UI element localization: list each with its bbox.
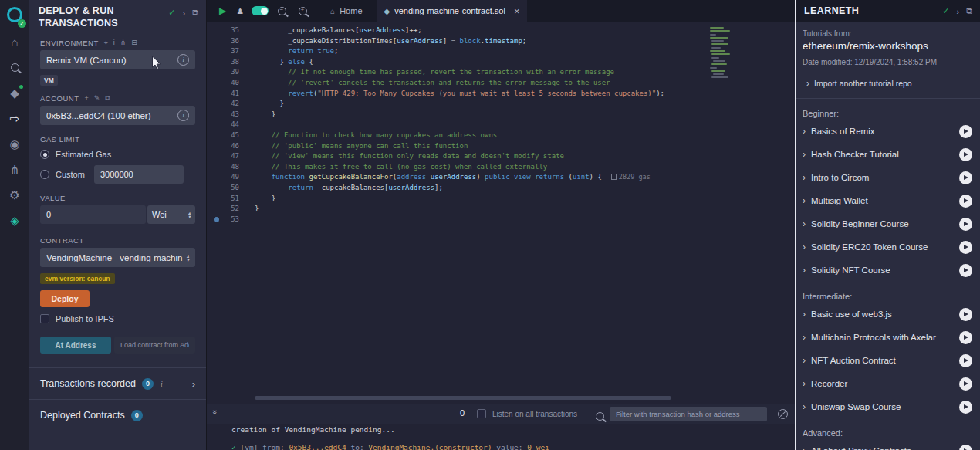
- line-number: 39: [207, 67, 239, 78]
- import-tutorial-link[interactable]: › Import another tutorial repo: [806, 78, 972, 89]
- delete-state-icon[interactable]: ⊟: [131, 39, 137, 47]
- code-line: 48 // This makes it free to call (no gas…: [207, 162, 795, 173]
- check-icon: ✓: [168, 8, 175, 18]
- sign-message-icon[interactable]: ✎: [94, 94, 100, 103]
- deploy-button[interactable]: Deploy: [40, 290, 90, 307]
- select-arrows-icon: ▴ ▾: [187, 254, 189, 262]
- at-address-input[interactable]: [114, 337, 195, 354]
- tutorial-item[interactable]: ›Multichain Protocols with Axelar: [803, 326, 972, 349]
- custom-gas-option[interactable]: Custom: [40, 165, 195, 184]
- learneth-plugin-icon[interactable]: ◈: [0, 208, 29, 233]
- close-tab-icon[interactable]: ×: [514, 5, 520, 17]
- custom-gas-radio[interactable]: [40, 170, 49, 179]
- tutorial-item[interactable]: ›Multisig Wallet: [803, 189, 972, 212]
- line-number: 43: [207, 110, 239, 120]
- terminal-line: creation of VendingMachine pending...: [207, 424, 795, 435]
- tab-home[interactable]: ⌂ Home: [323, 0, 370, 22]
- copilot-icon[interactable]: ♟: [236, 6, 244, 16]
- file-explorer-icon[interactable]: ⌂: [0, 29, 29, 55]
- play-tutorial-button[interactable]: [959, 171, 972, 184]
- tutorial-title: Multichain Protocols with Axelar: [811, 333, 954, 342]
- add-account-icon[interactable]: +: [84, 94, 88, 103]
- tutorial-section-label: Intermediate:: [803, 292, 972, 301]
- fork-state-icon[interactable]: ⋔: [120, 39, 127, 47]
- chevron-right-icon[interactable]: ›: [956, 7, 959, 16]
- play-tutorial-button[interactable]: [959, 331, 972, 344]
- tutorial-item[interactable]: ›All about Proxy Contracts: [803, 439, 972, 450]
- tutorial-item[interactable]: ›Basics of Remix: [803, 120, 972, 143]
- deployed-contracts-section[interactable]: Deployed Contracts 0: [40, 400, 195, 431]
- play-tutorial-button[interactable]: [959, 218, 972, 231]
- zoom-in-icon[interactable]: +: [299, 5, 310, 16]
- tutorial-item[interactable]: ›Uniswap Swap Course: [803, 395, 972, 418]
- play-tutorial-button[interactable]: [959, 401, 972, 414]
- chevron-right-icon: ›: [803, 378, 806, 389]
- account-info-icon[interactable]: i: [177, 110, 189, 121]
- play-tutorial-button[interactable]: [959, 445, 972, 450]
- pin-icon[interactable]: ⌖: [104, 39, 108, 47]
- code-area: 35 _cupcakeBalances[userAddress]++;36 _c…: [207, 25, 795, 225]
- popout-panel-icon[interactable]: ⧉: [966, 6, 972, 16]
- environment-select[interactable]: Remix VM (Cancun) i: [40, 50, 195, 69]
- play-tutorial-button[interactable]: [959, 264, 972, 277]
- publish-ipfs-checkbox[interactable]: [40, 314, 49, 323]
- estimated-gas-option[interactable]: Estimated Gas: [40, 150, 195, 159]
- contract-select[interactable]: VendingMachine - vending-machin ▴ ▾: [40, 248, 195, 267]
- solidity-compiler-icon[interactable]: ◆: [0, 80, 29, 106]
- zoom-out-icon[interactable]: −: [278, 5, 289, 16]
- git-icon[interactable]: ⋔: [0, 157, 29, 182]
- info-icon[interactable]: i: [161, 380, 163, 388]
- copilot-toggle[interactable]: [252, 6, 269, 15]
- play-tutorial-button[interactable]: [959, 125, 972, 138]
- minimap[interactable]: [710, 27, 739, 80]
- play-tutorial-button[interactable]: [959, 354, 972, 367]
- custom-gas-input[interactable]: [94, 165, 184, 184]
- step-down-icon[interactable]: ▾: [188, 215, 191, 218]
- tutorial-item[interactable]: ›Intro to Circom: [803, 166, 972, 189]
- remix-logo[interactable]: ✓: [0, 0, 29, 29]
- code-editor[interactable]: 35 _cupcakeBalances[userAddress]++;36 _c…: [207, 22, 795, 404]
- line-number: 50: [207, 183, 239, 194]
- debugger-icon[interactable]: ◉: [0, 131, 29, 157]
- tutorial-item[interactable]: ›Basic use of web3.js: [803, 303, 972, 326]
- search-icon[interactable]: [0, 55, 29, 80]
- env-info-icon[interactable]: i: [113, 39, 115, 47]
- terminal-filter-input[interactable]: [610, 407, 767, 421]
- chevron-right-icon: ›: [803, 172, 806, 183]
- tutorial-item[interactable]: ›NFT Auction Contract: [803, 349, 972, 372]
- expand-transactions-icon[interactable]: ›: [192, 378, 195, 390]
- account-select[interactable]: 0x5B3...eddC4 (100 ether) i: [40, 106, 195, 125]
- play-tutorial-button[interactable]: [959, 241, 972, 254]
- publish-ipfs-option[interactable]: Publish to IPFS: [40, 314, 195, 323]
- horizontal-scrollbar[interactable]: [255, 396, 671, 400]
- tutorial-title: All about Proxy Contracts: [811, 446, 954, 450]
- run-script-icon[interactable]: ▶: [219, 5, 226, 16]
- tutorial-item[interactable]: ›Solidity ERC20 Token Course: [803, 235, 972, 259]
- plugin-manager-icon[interactable]: ⚙: [0, 182, 29, 208]
- tab-vending-machine-contract[interactable]: ◆ vending-machine-contract.sol ×: [377, 0, 528, 22]
- environment-info-icon[interactable]: i: [177, 54, 189, 66]
- expand-terminal-icon[interactable]: »: [211, 410, 220, 414]
- tutorial-item[interactable]: ›Hash Checker Tutorial: [803, 143, 972, 166]
- at-address-button[interactable]: At Address: [40, 337, 111, 354]
- play-tutorial-button[interactable]: [959, 148, 972, 161]
- value-input[interactable]: [40, 205, 146, 224]
- tutorial-item[interactable]: ›Recorder: [803, 372, 972, 395]
- popout-panel-icon[interactable]: ⧉: [192, 8, 198, 18]
- clear-console-icon[interactable]: [778, 409, 788, 419]
- tutorial-title: Solidity Beginner Course: [811, 219, 954, 228]
- value-unit-select[interactable]: Wei ▴ ▾: [147, 205, 195, 224]
- deploy-run-icon[interactable]: ⇨: [0, 106, 29, 131]
- play-tutorial-button[interactable]: [959, 377, 972, 391]
- transactions-recorded-section[interactable]: Transactions recorded 0 i ›: [40, 368, 195, 399]
- copy-account-icon[interactable]: ⧉: [105, 94, 110, 103]
- estimated-gas-radio[interactable]: [40, 150, 49, 159]
- code-line: 40 // 'revert' cancels the transaction a…: [207, 78, 795, 89]
- terminal-output[interactable]: creation of VendingMachine pending...✓ […: [207, 424, 795, 450]
- tutorial-item[interactable]: ›Solidity Beginner Course: [803, 212, 972, 235]
- listen-all-transactions-checkbox[interactable]: [477, 409, 486, 418]
- chevron-right-icon[interactable]: ›: [182, 8, 185, 18]
- play-tutorial-button[interactable]: [959, 308, 972, 321]
- tutorial-item[interactable]: ›Solidity NFT Course: [803, 259, 972, 282]
- play-tutorial-button[interactable]: [959, 195, 972, 208]
